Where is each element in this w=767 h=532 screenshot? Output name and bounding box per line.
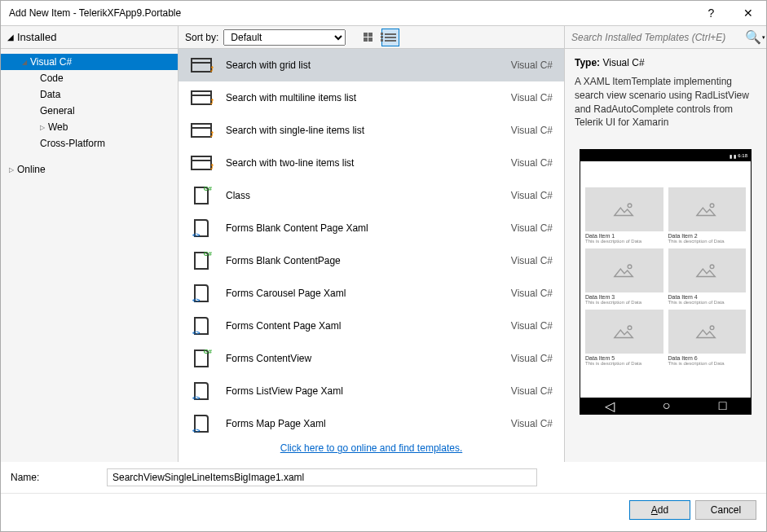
template-lang: Visual C#: [511, 125, 553, 136]
online-templates-link[interactable]: Click here to go online and find templat…: [280, 442, 462, 454]
signal-icon: ▮: [730, 153, 732, 159]
preview-card: Data Item 4This is description of Data: [668, 248, 747, 305]
help-button[interactable]: ?: [693, 1, 730, 25]
details-panel: 🔍 ▾ Type: Visual C# A XAML ItemTemplate …: [564, 26, 766, 462]
template-item[interactable]: ⤴Search with multiline items listVisual …: [179, 81, 564, 114]
template-item[interactable]: Forms ListView Page XamlVisual C#: [179, 375, 564, 407]
grid-view-button[interactable]: [359, 29, 377, 46]
preview-card: Data Item 6This is description of Data: [668, 310, 747, 366]
template-lang: Visual C#: [511, 385, 553, 397]
template-icon: C#: [190, 349, 213, 368]
home-icon: ○: [663, 398, 671, 413]
preview-card-sub: This is description of Data: [668, 361, 747, 366]
recent-icon: □: [719, 398, 727, 413]
battery-icon: ▮: [734, 153, 736, 159]
preview-card-title: Data Item 4: [668, 292, 747, 300]
dialog-footer: Add Cancel: [1, 493, 766, 531]
template-name: Search with multiline items list: [226, 92, 511, 103]
tree-item-cross-platform[interactable]: Cross-Platform: [1, 135, 178, 152]
grid-icon: [364, 33, 372, 42]
template-lang: Visual C#: [511, 222, 553, 234]
template-name: Forms Blank Content Page Xaml: [226, 222, 511, 234]
search-box: 🔍 ▾: [565, 26, 766, 49]
placeholder-image-icon: [668, 310, 747, 354]
tree-item-web[interactable]: Web: [1, 119, 178, 135]
template-lang: Visual C#: [511, 418, 553, 429]
tree-item-visual-c-[interactable]: Visual C#: [1, 54, 178, 70]
name-row: Name:: [1, 462, 766, 493]
preview-searchbar: [585, 166, 746, 182]
type-row: Type: Visual C#: [575, 57, 756, 68]
tree-item-online[interactable]: Online: [1, 161, 178, 178]
placeholder-image-icon: [585, 310, 663, 354]
close-button[interactable]: ✕: [730, 1, 766, 25]
name-label: Name:: [11, 472, 100, 483]
preview-navbar: ◁ ○ □: [580, 398, 751, 414]
template-item[interactable]: Forms Carousel Page XamlVisual C#: [179, 277, 564, 310]
template-name: Search with two-line items list: [226, 157, 511, 169]
search-input[interactable]: [565, 26, 743, 48]
template-icon: C#: [190, 186, 213, 205]
template-item[interactable]: Forms Blank Content Page XamlVisual C#: [179, 212, 564, 244]
template-lang: Visual C#: [511, 255, 553, 266]
preview-card-title: Data Item 1: [585, 231, 663, 239]
template-name: Forms Blank ContentPage: [226, 255, 511, 266]
template-item[interactable]: Forms Map Page XamlVisual C#: [179, 407, 564, 434]
template-lang: Visual C#: [511, 288, 553, 299]
template-name: Forms ContentView: [226, 353, 511, 364]
template-item[interactable]: ⤴Search with single-line items listVisua…: [179, 114, 564, 147]
template-name: Forms ListView Page Xaml: [226, 385, 511, 397]
template-name: Search with single-line items list: [226, 125, 511, 136]
template-item[interactable]: Forms Content Page XamlVisual C#: [179, 310, 564, 342]
search-button[interactable]: 🔍 ▾: [743, 26, 766, 49]
template-panel: Sort by: Default ⤴Search with grid listV…: [179, 26, 564, 462]
template-name: Class: [226, 190, 511, 201]
template-name: Forms Content Page Xaml: [226, 320, 511, 332]
preview-card-sub: This is description of Data: [585, 300, 663, 305]
template-list[interactable]: ⤴Search with grid listVisual C#⤴Search w…: [179, 49, 564, 434]
preview-card-sub: This is description of Data: [668, 239, 747, 244]
placeholder-image-icon: [668, 187, 747, 231]
sort-label: Sort by:: [185, 32, 218, 43]
name-input[interactable]: [107, 468, 537, 486]
template-icon: ⤴: [190, 121, 213, 140]
preview-body: Data Item 1This is description of DataDa…: [580, 161, 751, 398]
template-toolbar: Sort by: Default: [179, 26, 564, 49]
svg-point-0: [628, 204, 632, 208]
svg-point-5: [710, 326, 714, 330]
template-item[interactable]: C#Forms ContentViewVisual C#: [179, 342, 564, 375]
template-name: Forms Carousel Page Xaml: [226, 288, 511, 299]
sort-dropdown[interactable]: Default: [223, 29, 346, 46]
installed-header[interactable]: ◢ Installed: [1, 26, 178, 49]
search-icon: 🔍: [745, 29, 761, 45]
tree-item-data[interactable]: Data: [1, 86, 178, 103]
template-item[interactable]: ⤴Search with grid listVisual C#: [179, 49, 564, 81]
tree-item-code[interactable]: Code: [1, 70, 178, 86]
title-bar: Add New Item - TelerikXFApp9.Portable ? …: [1, 1, 766, 25]
preview-card-sub: This is description of Data: [585, 361, 663, 366]
online-link-row: Click here to go online and find templat…: [179, 434, 564, 462]
template-lang: Visual C#: [511, 353, 553, 364]
template-lang: Visual C#: [511, 59, 553, 71]
svg-point-3: [710, 265, 714, 269]
template-item[interactable]: C#ClassVisual C#: [179, 179, 564, 212]
preview-grid: Data Item 1This is description of DataDa…: [585, 187, 746, 366]
template-preview: ▮ ▮ 6:18 Data Item 1This is description …: [580, 149, 752, 415]
list-icon: [385, 33, 396, 42]
list-view-button[interactable]: [381, 29, 399, 46]
tree-item-general[interactable]: General: [1, 103, 178, 119]
preview-card-sub: This is description of Data: [668, 300, 747, 305]
template-item[interactable]: ⤴Search with two-line items listVisual C…: [179, 147, 564, 179]
template-item[interactable]: C#Forms Blank ContentPageVisual C#: [179, 244, 564, 277]
cancel-button[interactable]: Cancel: [695, 500, 756, 520]
template-details: Type: Visual C# A XAML ItemTemplate impl…: [565, 49, 766, 149]
preview-card-title: Data Item 2: [668, 231, 747, 239]
add-button[interactable]: Add: [629, 500, 690, 520]
template-icon: [190, 284, 213, 303]
template-icon: [190, 381, 213, 401]
template-lang: Visual C#: [511, 190, 553, 201]
preview-card: Data Item 1This is description of Data: [585, 187, 663, 244]
template-name: Forms Map Page Xaml: [226, 418, 511, 429]
preview-card-sub: This is description of Data: [585, 239, 663, 244]
placeholder-image-icon: [585, 248, 663, 292]
